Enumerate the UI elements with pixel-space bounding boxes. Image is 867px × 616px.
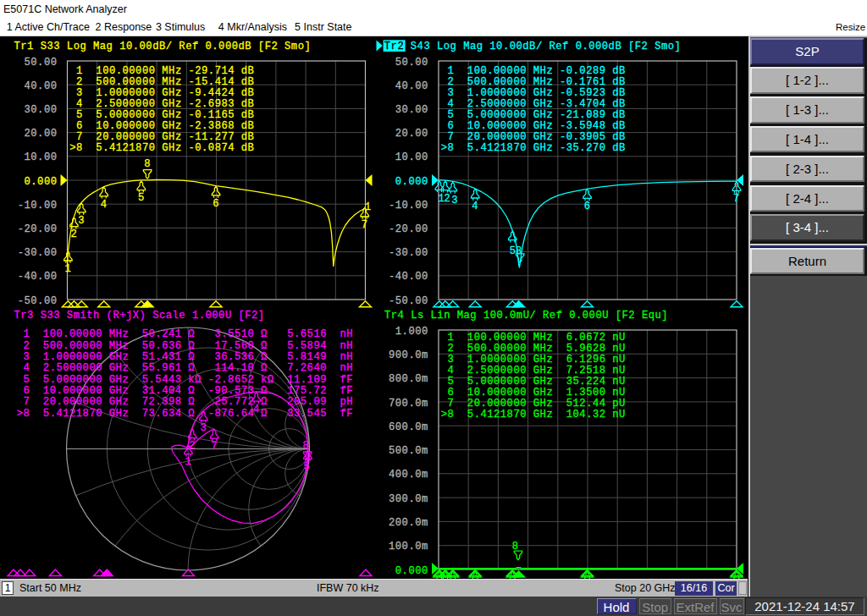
svg-text:-20.00: -20.00 (389, 223, 428, 235)
svg-text:>8 5.4121870 GHz -0.0874 dB: >8 5.4121870 GHz -0.0874 dB (69, 142, 254, 154)
svg-text:900.0m: 900.0m (389, 349, 428, 361)
svg-text:0.000: 0.000 (395, 176, 428, 188)
svg-text:7 20.000000 GHz -11.277 dB: 7 20.000000 GHz -11.277 dB (69, 131, 254, 143)
svg-text:3 1.0000000 GHz 6.1296 nU: 3 1.0000000 GHz 6.1296 nU (441, 354, 626, 366)
svg-text:4: 4 (101, 199, 108, 211)
svg-text:-50.00: -50.00 (18, 295, 58, 307)
svg-text:4 2.5000000 GHz -2.6983 dB: 4 2.5000000 GHz -2.6983 dB (69, 98, 254, 110)
svg-text:5: 5 (138, 192, 145, 204)
svg-text:1 100.00000 MHz 6.0672 nU: 1 100.00000 MHz 6.0672 nU (441, 332, 626, 344)
svg-text:20.00: 20.00 (25, 128, 58, 140)
svg-text:1 100.00000 MHz -29.714 dB: 1 100.00000 MHz -29.714 dB (69, 65, 254, 77)
svg-text:2 500.00000 MHz -0.1761 dB: 2 500.00000 MHz -0.1761 dB (441, 76, 626, 88)
svg-text:7: 7 (733, 193, 740, 205)
svg-text:-10.00: -10.00 (389, 200, 428, 212)
svg-text:8: 8 (144, 158, 151, 170)
svg-text:3: 3 (200, 422, 207, 434)
svg-text:500.0m: 500.0m (389, 445, 428, 457)
svg-text:2 500.00000 MHz 50.636 Ω 1: 2 500.00000 MHz 50.636 Ω 17.560 Ω 5.5894… (17, 340, 353, 352)
svg-text:>8 5.4121870 GHz 73.634 Ω -: >8 5.4121870 GHz 73.634 Ω -876.64 Ω 33.5… (17, 408, 353, 420)
svg-text:5: 5 (304, 461, 311, 473)
svg-text:5 5.0000000 GHz -21.089 dB: 5 5.0000000 GHz -21.089 dB (441, 109, 626, 121)
svg-text:-30.00: -30.00 (389, 247, 428, 259)
svg-text:10.00: 10.00 (395, 151, 428, 163)
svg-text:5 5.0000000 GHz 35.224 nU: 5 5.0000000 GHz 35.224 nU (441, 376, 626, 388)
svg-text:2: 2 (445, 193, 451, 205)
svg-text:2: 2 (189, 440, 196, 452)
svg-text:1: 1 (185, 456, 192, 468)
svg-text:Tr4 Ls Lin Mag 100.0mU/ Ref 0.: Tr4 Ls Lin Mag 100.0mU/ Ref 0.000U [F2 E… (384, 310, 668, 322)
svg-text:7: 7 (362, 219, 368, 231)
svg-text:40.00: 40.00 (25, 80, 58, 92)
svg-text:6 10.000000 GHz 31.404 Ω -9: 6 10.000000 GHz 31.404 Ω -90.573 Ω 175.7… (17, 385, 353, 397)
svg-text:40.00: 40.00 (395, 80, 428, 92)
svg-text:5 5.0000000 GHz 5.5443 kΩ -2: 5 5.0000000 GHz 5.5443 kΩ -2.8652 kΩ 11.… (17, 374, 353, 386)
svg-text:4 2.5000000 GHz 55.961 Ω 1: 4 2.5000000 GHz 55.961 Ω 114.10 Ω 7.2640… (17, 362, 353, 374)
svg-text:6 10.000000 GHz -3.5948 dB: 6 10.000000 GHz -3.5948 dB (441, 120, 626, 132)
svg-text:3: 3 (78, 215, 85, 227)
svg-text:8: 8 (303, 440, 310, 452)
svg-text:-10.00: -10.00 (18, 200, 58, 212)
svg-text:Tr1 S33 Log Mag 10.00dB/ Ref 0: Tr1 S33 Log Mag 10.00dB/ Ref 0.000dB [F2… (14, 41, 312, 52)
svg-text:2 500.00000 MHz 5.9628 nU: 2 500.00000 MHz 5.9628 nU (441, 343, 626, 355)
svg-text:7: 7 (211, 441, 218, 453)
svg-text:700.0m: 700.0m (389, 398, 428, 410)
svg-text:100.0m: 100.0m (389, 541, 428, 553)
svg-text:-30.00: -30.00 (18, 247, 58, 259)
svg-text:1: 1 (64, 263, 71, 275)
svg-text:800.0m: 800.0m (389, 373, 428, 385)
svg-text:3 1.0000000 GHz 51.431 Ω 3: 3 1.0000000 GHz 51.431 Ω 36.536 Ω 5.8149… (17, 351, 353, 363)
svg-text:1.000: 1.000 (395, 326, 428, 338)
svg-text:200.0m: 200.0m (389, 517, 428, 529)
svg-text:4 2.5000000 GHz 7.2518 nU: 4 2.5000000 GHz 7.2518 nU (441, 365, 626, 377)
svg-text:-50.00: -50.00 (389, 295, 428, 307)
svg-text:1 100.00000 MHz 50.241 Ω 3: 1 100.00000 MHz 50.241 Ω 3.5510 Ω 5.6516… (17, 328, 353, 340)
svg-text:-20.00: -20.00 (18, 223, 58, 235)
svg-text:6 10.000000 GHz -2.3868 dB: 6 10.000000 GHz -2.3868 dB (69, 120, 254, 132)
svg-text:20.00: 20.00 (395, 128, 428, 140)
svg-text:2 500.00000 MHz -15.414 dB: 2 500.00000 MHz -15.414 dB (69, 76, 254, 88)
svg-text:1 100.00000 MHz -0.0289 dB: 1 100.00000 MHz -0.0289 dB (441, 65, 626, 77)
svg-text:4: 4 (253, 404, 260, 415)
svg-text:50.00: 50.00 (25, 57, 58, 69)
svg-text:5 5.0000000 GHz -0.1165 dB: 5 5.0000000 GHz -0.1165 dB (69, 109, 254, 121)
svg-text:-40.00: -40.00 (18, 271, 58, 283)
svg-text:30.00: 30.00 (25, 104, 58, 116)
svg-text:10.00: 10.00 (25, 151, 58, 163)
svg-text:7 20.000000 GHz 72.398 Ω 2: 7 20.000000 GHz 72.398 Ω 25.772 Ω 205.09… (17, 396, 353, 408)
svg-text:>8 5.4121870 GHz 104.32 nU: >8 5.4121870 GHz 104.32 nU (441, 409, 626, 421)
svg-text:50.00: 50.00 (395, 57, 428, 69)
svg-text:0.000: 0.000 (395, 565, 428, 577)
svg-text:3 1.0000000 GHz -9.4424 dB: 3 1.0000000 GHz -9.4424 dB (69, 87, 254, 99)
svg-text:Tr3 S33 Smith (R+jX) Scale 1.0: Tr3 S33 Smith (R+jX) Scale 1.000U [F2] (14, 310, 265, 322)
svg-text:4: 4 (472, 201, 478, 212)
svg-text:3 1.0000000 GHz -0.5923 dB: 3 1.0000000 GHz -0.5923 dB (441, 87, 626, 99)
svg-text:-40.00: -40.00 (389, 271, 428, 283)
svg-text:Tr2: Tr2 (384, 41, 404, 52)
svg-text:>8 5.4121870 GHz -35.270 dB: >8 5.4121870 GHz -35.270 dB (441, 142, 626, 154)
svg-text:S43 Log Mag 10.00dB/ Ref 0.000: S43 Log Mag 10.00dB/ Ref 0.000dB [F2 Smo… (411, 41, 682, 52)
svg-text:7 20.000000 GHz -0.3905 dB: 7 20.000000 GHz -0.3905 dB (441, 131, 626, 143)
svg-text:400.0m: 400.0m (389, 469, 428, 481)
svg-text:6 10.000000 GHz 1.3500 nU: 6 10.000000 GHz 1.3500 nU (441, 387, 626, 399)
svg-text:600.0m: 600.0m (389, 421, 428, 433)
svg-text:3: 3 (451, 195, 458, 206)
svg-text:6: 6 (584, 201, 591, 212)
svg-text:0.000: 0.000 (25, 176, 58, 188)
svg-text:1: 1 (365, 201, 372, 213)
svg-text:7 20.000000 GHz 512.44 pU: 7 20.000000 GHz 512.44 pU (441, 398, 626, 410)
svg-text:2: 2 (71, 228, 78, 240)
svg-text:4 2.5000000 GHz -3.4704 dB: 4 2.5000000 GHz -3.4704 dB (441, 98, 626, 110)
svg-text:30.00: 30.00 (395, 104, 428, 116)
svg-text:6: 6 (213, 198, 219, 210)
svg-text:300.0m: 300.0m (389, 493, 428, 505)
